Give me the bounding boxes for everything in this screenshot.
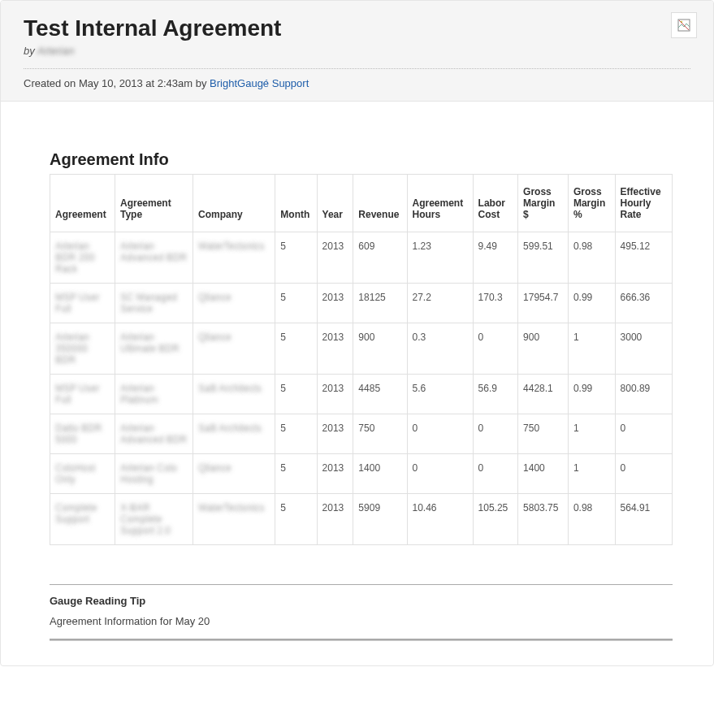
image-placeholder-icon <box>671 12 697 38</box>
table-row: Datto BDR 5000Arterian Advanced BDRSaB A… <box>50 414 673 454</box>
cell-labor: 0 <box>473 414 517 454</box>
cell-agreement: Datto BDR 5000 <box>50 414 115 454</box>
cell-month: 5 <box>275 494 317 545</box>
cell-gmarginp: 1 <box>568 454 615 494</box>
cell-type: Arterian Ultimate BDR <box>115 323 193 375</box>
cell-labor: 56.9 <box>473 375 517 414</box>
table-row: Arterian 350000 BDRArterian Ultimate BDR… <box>50 323 673 375</box>
cell-gmargin: 900 <box>518 323 569 375</box>
cell-agreement: Arterian 350000 BDR <box>50 323 115 375</box>
tip-title: Gauge Reading Tip <box>50 595 673 607</box>
cell-year: 2013 <box>317 414 353 454</box>
col-header-agreement: Agreement <box>50 175 115 232</box>
table-header-row: Agreement Agreement Type Company Month Y… <box>50 175 673 232</box>
cell-revenue: 4485 <box>353 375 407 414</box>
cell-type: Arterian Advanced BDR <box>115 232 193 284</box>
bottom-rule <box>50 639 673 641</box>
cell-month: 5 <box>275 414 317 454</box>
cell-rate: 495.12 <box>615 232 672 284</box>
cell-company: WaterTectonics <box>193 494 275 545</box>
table-row: Complete SupportX-BAR Complete Support 2… <box>50 494 673 545</box>
cell-gmarginp: 0.98 <box>568 494 615 545</box>
cell-labor: 170.3 <box>473 284 517 323</box>
cell-rate: 3000 <box>615 323 672 375</box>
col-header-type: Agreement Type <box>115 175 193 232</box>
cell-rate: 0 <box>615 454 672 494</box>
cell-agreement: MSP User Full <box>50 284 115 323</box>
cell-revenue: 609 <box>353 232 407 284</box>
report-page: Test Internal Agreement by Arterian Crea… <box>0 0 714 666</box>
cell-rate: 666.36 <box>615 284 672 323</box>
cell-hours: 10.46 <box>407 494 473 545</box>
cell-labor: 9.49 <box>473 232 517 284</box>
cell-gmargin: 17954.7 <box>518 284 569 323</box>
byline: by Arterian <box>24 45 690 69</box>
cell-gmarginp: 0.98 <box>568 232 615 284</box>
col-header-year: Year <box>317 175 353 232</box>
cell-type: SC Managed Service <box>115 284 193 323</box>
cell-company: Qliance <box>193 454 275 494</box>
cell-company: Qliance <box>193 284 275 323</box>
report-header: Test Internal Agreement by Arterian Crea… <box>1 1 713 102</box>
cell-gmarginp: 0.99 <box>568 375 615 414</box>
cell-labor: 0 <box>473 454 517 494</box>
cell-company: Qliance <box>193 323 275 375</box>
cell-labor: 105.25 <box>473 494 517 545</box>
cell-month: 5 <box>275 375 317 414</box>
cell-month: 5 <box>275 284 317 323</box>
table-body: Arterian BDR 200 RackArterian Advanced B… <box>50 232 673 545</box>
cell-hours: 27.2 <box>407 284 473 323</box>
created-by-word: by <box>193 77 210 89</box>
cell-year: 2013 <box>317 454 353 494</box>
cell-type: Arterian Advanced BDR <box>115 414 193 454</box>
cell-revenue: 18125 <box>353 284 407 323</box>
cell-type: Arterian Platinum <box>115 375 193 414</box>
cell-gmargin: 5803.75 <box>518 494 569 545</box>
cell-month: 5 <box>275 232 317 284</box>
broken-image-icon <box>677 19 690 32</box>
col-header-hours: Agreement Hours <box>407 175 473 232</box>
created-date: May 10, 2013 at 2:43am <box>79 77 193 89</box>
tip-text: Agreement Information for May 20 <box>50 615 673 627</box>
cell-rate: 800.89 <box>615 375 672 414</box>
page-title: Test Internal Agreement <box>24 15 690 41</box>
table-row: MSP User FullSC Managed ServiceQliance52… <box>50 284 673 323</box>
col-header-rate: Effective Hourly Rate <box>615 175 672 232</box>
cell-labor: 0 <box>473 323 517 375</box>
section-title: Agreement Info <box>50 150 673 169</box>
cell-gmargin: 1400 <box>518 454 569 494</box>
cell-year: 2013 <box>317 323 353 375</box>
tip-section: Gauge Reading Tip Agreement Information … <box>50 584 673 639</box>
col-header-labor: Labor Cost <box>473 175 517 232</box>
agreement-table: Agreement Agreement Type Company Month Y… <box>50 174 673 545</box>
cell-revenue: 5909 <box>353 494 407 545</box>
cell-gmarginp: 1 <box>568 323 615 375</box>
cell-gmargin: 4428.1 <box>518 375 569 414</box>
cell-gmarginp: 1 <box>568 414 615 454</box>
table-row: ColoHost OnlyArterian Colo HostingQlianc… <box>50 454 673 494</box>
cell-agreement: Arterian BDR 200 Rack <box>50 232 115 284</box>
cell-year: 2013 <box>317 375 353 414</box>
created-by-link[interactable]: BrightGaugé Support <box>210 77 309 89</box>
cell-revenue: 750 <box>353 414 407 454</box>
col-header-revenue: Revenue <box>353 175 407 232</box>
cell-agreement: Complete Support <box>50 494 115 545</box>
by-prefix: by <box>24 45 37 57</box>
cell-year: 2013 <box>317 494 353 545</box>
col-header-month: Month <box>275 175 317 232</box>
cell-agreement: ColoHost Only <box>50 454 115 494</box>
cell-year: 2013 <box>317 284 353 323</box>
cell-hours: 0 <box>407 414 473 454</box>
table-row: MSP User FullArterian PlatinumSaB Archit… <box>50 375 673 414</box>
cell-hours: 0.3 <box>407 323 473 375</box>
cell-gmargin: 599.51 <box>518 232 569 284</box>
cell-revenue: 1400 <box>353 454 407 494</box>
cell-revenue: 900 <box>353 323 407 375</box>
cell-month: 5 <box>275 454 317 494</box>
report-content: Agreement Info Agreement Agreement Type … <box>1 102 713 665</box>
cell-company: SaB Architects <box>193 375 275 414</box>
created-prefix: Created on <box>24 77 79 89</box>
cell-rate: 564.91 <box>615 494 672 545</box>
cell-company: SaB Architects <box>193 414 275 454</box>
cell-hours: 0 <box>407 454 473 494</box>
